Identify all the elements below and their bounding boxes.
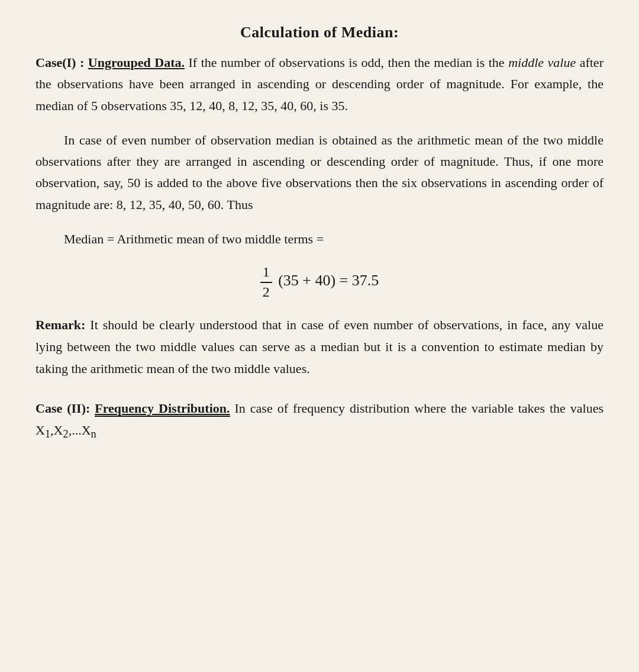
formula-expr: (35 + 40) = 37.5 (278, 272, 379, 290)
case1-para2: In case of even number of observation me… (36, 130, 604, 216)
median-eq-text: Median = Arithmetic mean of two middle t… (64, 231, 324, 246)
section-title: Calculation of Median: (36, 24, 604, 41)
fraction-numerator: 1 (260, 263, 272, 282)
case1-para2-text: In case of even number of observation me… (36, 133, 604, 212)
case1-block: Case(I) : Ungrouped Data. If the number … (36, 52, 604, 117)
fraction-denominator: 2 (260, 283, 272, 301)
case1-text1: If the number of observations is odd, th… (185, 55, 508, 70)
remark-label: Remark: (36, 317, 85, 332)
formula-block: 1 2 (35 + 40) = 37.5 (36, 263, 604, 301)
case2-block: Case (II): Frequency Distribution. In ca… (36, 398, 604, 443)
case1-sublabel: Ungrouped Data. (88, 55, 185, 70)
remark-text: It should be clearly understood that in … (36, 317, 604, 376)
case2-sublabel: Frequency Distribution. (95, 401, 230, 417)
remark-block: Remark: It should be clearly understood … (36, 314, 604, 380)
main-content: Calculation of Median: Case(I) : Ungroup… (36, 24, 604, 443)
median-eq-line: Median = Arithmetic mean of two middle t… (36, 229, 604, 250)
fraction: 1 2 (260, 263, 272, 301)
case1-italic: middle value (508, 55, 576, 70)
case2-label: Case (II): (36, 401, 95, 416)
case1-label: Case(I) : (36, 55, 88, 70)
